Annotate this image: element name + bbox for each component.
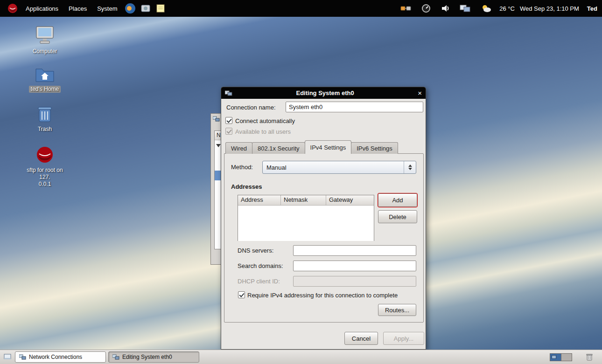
menu-system[interactable]: System: [92, 0, 122, 17]
task-editing-system-eth0[interactable]: Editing System eth0: [108, 351, 199, 363]
trash-icon: [36, 118, 54, 124]
cancel-button[interactable]: Cancel: [344, 332, 378, 345]
tab-8021x-security[interactable]: 802.1x Security: [252, 142, 305, 154]
clock-label[interactable]: Wed Sep 23, 1:10 PM: [520, 5, 579, 12]
connect-automatically-checkbox[interactable]: [225, 117, 232, 124]
taskbar-trash-icon[interactable]: [586, 353, 593, 361]
redhat-icon: [35, 159, 54, 165]
gauge-icon[interactable]: [421, 4, 431, 13]
workspace-2[interactable]: [561, 354, 572, 361]
user-menu[interactable]: Ted: [587, 5, 597, 12]
dialog-titlebar[interactable]: Editing System eth0 ×: [221, 87, 426, 99]
desktop-icon-label: ted's Home: [29, 86, 61, 93]
connection-list-partial[interactable]: N: [214, 130, 221, 249]
selected-row[interactable]: [215, 171, 221, 180]
list-header-fragment[interactable]: N: [215, 131, 221, 140]
notebook-frame: [224, 153, 424, 323]
tab-wired[interactable]: Wired: [225, 142, 252, 154]
connection-name-label: Connection name:: [226, 104, 276, 111]
notes-launcher-icon[interactable]: [155, 3, 166, 14]
desktop-icon-computer[interactable]: Computer: [23, 26, 66, 55]
desktop-icon-label: Trash: [23, 126, 66, 133]
desktop-icon-trash[interactable]: Trash: [23, 104, 66, 133]
tab-ipv6-settings[interactable]: IPv6 Settings: [351, 142, 398, 154]
computer-icon: [35, 40, 55, 47]
window-icon: [213, 116, 220, 124]
window-icon: [19, 354, 26, 360]
desktop-screen: Applications Places System: [0, 0, 602, 364]
apply-button: Apply...: [383, 332, 424, 345]
available-to-all-users-label: Available to all users: [235, 128, 291, 136]
workspace-switcher: [550, 353, 572, 361]
temperature-label[interactable]: 26 °C: [499, 5, 515, 12]
weather-icon[interactable]: [481, 4, 492, 13]
show-desktop-button[interactable]: [4, 354, 11, 360]
display-icon[interactable]: [460, 4, 471, 13]
network-connections-window-partial[interactable]: N: [210, 113, 221, 265]
close-button[interactable]: ×: [418, 89, 422, 96]
available-to-all-users-checkbox: [225, 128, 232, 135]
task-label: Editing System eth0: [122, 354, 172, 360]
editing-connection-dialog: Editing System eth0 × Connection name: C…: [221, 87, 426, 350]
window-icon: [112, 354, 119, 360]
desktop-icon-home[interactable]: ted's Home: [23, 65, 66, 93]
network-status-icon[interactable]: [400, 4, 412, 13]
desktop-icon-label-line2: 0.0.1: [23, 181, 66, 188]
menu-applications[interactable]: Applications: [21, 0, 63, 17]
screenshot-tool-icon[interactable]: [140, 3, 151, 14]
connection-name-input[interactable]: [286, 102, 423, 112]
task-label: Network Connections: [29, 354, 82, 360]
volume-icon[interactable]: [441, 4, 450, 13]
expander-icon[interactable]: [216, 144, 221, 147]
desktop-icon-label: Computer: [23, 48, 66, 55]
tab-ipv4-settings[interactable]: IPv4 Settings: [305, 140, 352, 154]
workspace-1[interactable]: [550, 354, 561, 361]
tab-bar: Wired 802.1x Security IPv4 Settings IPv6…: [225, 140, 398, 154]
task-network-connections[interactable]: Network Connections: [15, 351, 106, 363]
desktop-icon-sftp[interactable]: sftp for root on 127. 0.0.1: [23, 145, 66, 188]
firefox-launcher-icon[interactable]: [125, 3, 136, 14]
dialog-title: Editing System eth0: [232, 89, 418, 96]
bottom-taskbar: Network Connections Editing System eth0: [0, 350, 602, 364]
menu-places[interactable]: Places: [63, 0, 92, 17]
home-folder-icon: [35, 78, 55, 84]
redhat-menu-icon[interactable]: [7, 3, 18, 14]
network-connection-icon: [225, 90, 232, 96]
desktop-icon-label: sftp for root on 127.: [23, 167, 66, 181]
top-panel: Applications Places System: [0, 0, 602, 17]
connect-automatically-label: Connect automatically: [235, 117, 295, 125]
